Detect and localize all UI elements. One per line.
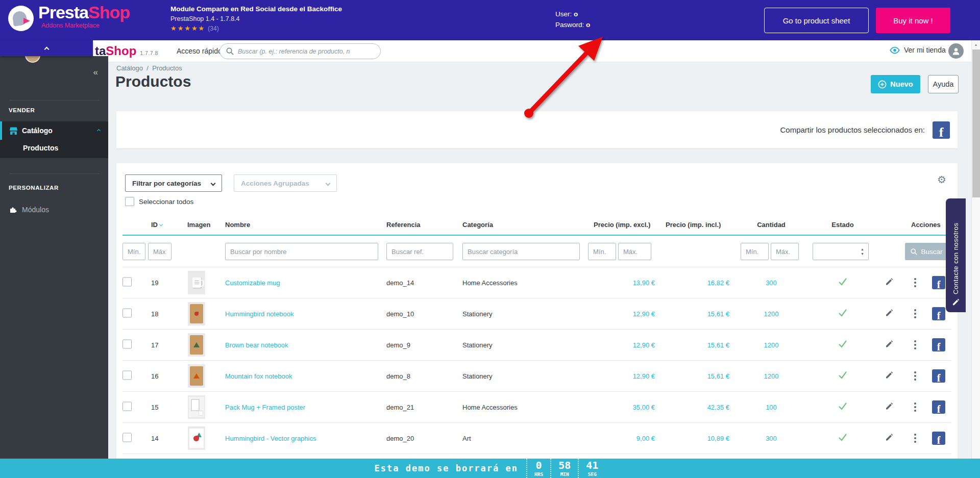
product-category: Home Accessories — [462, 404, 518, 411]
more-actions-icon[interactable] — [914, 434, 916, 443]
price-excl-link[interactable]: 12,90 € — [594, 372, 655, 380]
price-excl-link[interactable]: 12,90 € — [594, 310, 655, 318]
category-filter-input[interactable] — [462, 243, 580, 260]
sidebar-item-modulos[interactable]: Módulos — [0, 200, 108, 219]
more-actions-icon[interactable] — [914, 402, 916, 412]
product-category: Stationery — [462, 372, 493, 380]
price-max-input[interactable] — [618, 243, 651, 260]
column-header-precio-incl[interactable]: Precio (imp. incl.) — [666, 221, 721, 229]
column-header-estado[interactable]: Estado — [817, 221, 868, 229]
facebook-share-icon[interactable]: f — [932, 276, 945, 289]
column-header-cantidad[interactable]: Cantidad — [746, 221, 797, 229]
status-select[interactable]: ▲▼ — [813, 243, 869, 260]
facebook-share-icon[interactable]: f — [932, 338, 945, 351]
row-checkbox[interactable] — [122, 340, 132, 349]
edit-icon[interactable] — [885, 278, 893, 288]
new-product-button[interactable]: Nuevo — [871, 75, 920, 93]
product-name-link[interactable]: Brown bear notebook — [225, 341, 288, 349]
profile-icon[interactable] — [948, 43, 964, 59]
price-incl-link[interactable]: 15,61 € — [666, 372, 729, 380]
facebook-share-icon[interactable]: f — [932, 369, 945, 383]
page-scrollbar[interactable]: ▲ — [971, 40, 980, 478]
column-header-precio-excl[interactable]: Precio (imp. excl.) — [594, 221, 650, 229]
product-name-link[interactable]: Customizable mug — [225, 279, 280, 287]
more-actions-icon[interactable] — [914, 309, 916, 318]
grid-settings-gear-icon[interactable]: ⚙ — [937, 173, 946, 186]
reference-filter-input[interactable] — [386, 243, 453, 260]
products-panel: Filtrar por categorías Acciones Agrupada… — [116, 163, 958, 478]
edit-icon[interactable] — [885, 371, 893, 381]
facebook-share-icon[interactable]: f — [932, 400, 945, 414]
sidebar-collapse-icon[interactable]: « — [93, 67, 98, 78]
more-actions-icon[interactable] — [914, 371, 916, 381]
price-excl-link[interactable]: 12,90 € — [594, 341, 655, 349]
scrollbar-thumb[interactable] — [972, 49, 980, 197]
name-filter-input[interactable] — [225, 243, 378, 260]
price-excl-link[interactable]: 9,00 € — [594, 435, 655, 442]
table-row: 16 Mountain fox notebook demo_8 Statione… — [122, 361, 951, 392]
breadcrumb-parent[interactable]: Catálogo — [116, 64, 143, 72]
go-to-product-sheet-button[interactable]: Go to product sheet — [764, 8, 869, 33]
filter-by-category-dropdown[interactable]: Filtrar por categorías — [125, 174, 222, 192]
column-header-categoria[interactable]: Categoría — [462, 221, 493, 229]
product-reference: demo_20 — [386, 435, 414, 442]
select-all-checkbox[interactable] — [125, 197, 134, 206]
sidebar-item-productos[interactable]: Productos — [23, 144, 58, 152]
column-header-nombre[interactable]: Nombre — [225, 221, 250, 229]
facebook-share-icon[interactable]: f — [932, 307, 945, 320]
price-min-input[interactable] — [588, 243, 616, 260]
admin-header: taShop1.7.7.8 Acceso rápido — [0, 40, 980, 62]
bulk-actions-dropdown[interactable]: Acciones Agrupadas — [234, 174, 337, 192]
edit-icon[interactable] — [885, 434, 893, 443]
edit-icon[interactable] — [885, 309, 893, 319]
status-check-icon — [817, 433, 868, 444]
quantity-min-input[interactable] — [741, 243, 769, 260]
price-excl-link[interactable]: 13,90 € — [594, 279, 655, 287]
quantity-value: 300 — [746, 279, 797, 287]
product-name-link[interactable]: Hummingbird - Vector graphics — [225, 435, 316, 442]
product-name-link[interactable]: Pack Mug + Framed poster — [225, 404, 305, 411]
column-header-id[interactable]: ID — [151, 221, 162, 229]
search-input[interactable] — [238, 48, 374, 55]
help-button[interactable]: Ayuda — [928, 75, 959, 93]
sidebar-item-catalogo[interactable]: Catálogo — [0, 121, 108, 140]
price-incl-link[interactable]: 16,82 € — [666, 279, 729, 287]
row-checkbox[interactable] — [122, 371, 132, 380]
store-icon — [9, 127, 18, 135]
price-incl-link[interactable]: 15,61 € — [666, 310, 729, 318]
buy-it-now-button[interactable]: Buy it now ! — [876, 8, 950, 33]
scrollbar-up-icon[interactable]: ▲ — [972, 40, 980, 48]
id-max-input[interactable] — [148, 243, 172, 260]
edit-icon[interactable] — [885, 340, 893, 350]
facebook-share-icon[interactable]: f — [933, 121, 950, 139]
product-reference: demo_9 — [386, 341, 410, 349]
product-name-link[interactable]: Hummingbird notebook — [225, 310, 293, 318]
row-checkbox[interactable] — [122, 433, 132, 442]
price-incl-link[interactable]: 42,35 € — [666, 404, 729, 411]
view-shop-link[interactable]: Ver mi tienda — [889, 46, 946, 54]
breadcrumb: Catálogo / Productos — [116, 64, 182, 72]
row-checkbox[interactable] — [122, 309, 132, 318]
product-id: 17 — [151, 341, 158, 349]
more-actions-icon[interactable] — [914, 278, 916, 287]
banner-collapse-button[interactable] — [0, 40, 93, 56]
edit-icon[interactable] — [885, 402, 893, 412]
more-actions-icon[interactable] — [914, 340, 916, 349]
status-check-icon — [817, 339, 868, 351]
price-excl-link[interactable]: 35,00 € — [594, 404, 655, 411]
quantity-max-input[interactable] — [771, 243, 799, 260]
id-min-input[interactable] — [122, 243, 145, 260]
table-search-button[interactable]: Buscar — [905, 243, 948, 260]
product-thumbnail-pack — [188, 395, 205, 419]
row-checkbox[interactable] — [122, 278, 132, 287]
person-icon — [951, 46, 961, 56]
product-name-link[interactable]: Mountain fox notebook — [225, 372, 292, 380]
contact-us-tab[interactable]: Contacte con nosotros — [946, 198, 966, 312]
row-checkbox[interactable] — [122, 402, 132, 411]
brand-subtitle: Addons Marketplace — [38, 22, 130, 29]
price-incl-link[interactable]: 15,61 € — [666, 341, 729, 349]
facebook-share-icon[interactable]: f — [932, 432, 945, 445]
price-incl-link[interactable]: 10,89 € — [666, 435, 729, 442]
column-header-referencia[interactable]: Referencia — [386, 221, 420, 229]
countdown-seconds: 41SEG — [578, 459, 605, 478]
